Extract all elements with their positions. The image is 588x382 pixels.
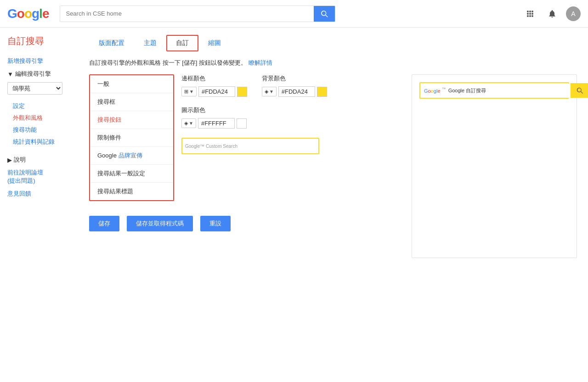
background-hex-input[interactable] (278, 86, 315, 97)
engine-dropdown-container: 鴿學苑 (0, 80, 78, 96)
display-hex-input[interactable] (198, 118, 235, 129)
border-color-group: 邊框顏色 ⊞ ▼ (181, 74, 247, 97)
border-color-swatch (237, 87, 247, 97)
header: Google A (0, 0, 588, 28)
main-content: 版面配置 主題 自訂 縮圖 自訂搜尋引擎的外觀和風格 按一下 [儲存] 按鈕以發… (78, 28, 588, 382)
tab-custom[interactable]: 自訂 (166, 35, 198, 51)
menu-item-filter[interactable]: 限制條件 (90, 129, 173, 147)
color-row-border-bg: 邊框顏色 ⊞ ▼ (181, 74, 401, 97)
bg-chevron: ▼ (269, 89, 274, 94)
preview-google-logo: Google™ Custom Search (182, 144, 240, 149)
display-icon: ◈ (184, 120, 188, 126)
sidebar-item-forum[interactable]: 前往說明論壇 (提出問題) (0, 166, 78, 187)
menu-item-search-button[interactable]: 搜尋按鈕 (90, 111, 173, 129)
description: 自訂搜尋引擎的外觀和風格 按一下 [儲存] 按鈕以發佈變更。 瞭解詳情 (89, 59, 577, 67)
display-color-picker-btn[interactable]: ◈ ▼ (181, 118, 196, 128)
background-color-input-row: ◈ ▼ (262, 86, 327, 97)
sidebar: 自訂搜尋 新增搜尋引擎 ▼ 編輯搜尋引擎 鴿學苑 設定 外觀和風格 搜尋功能 統… (0, 28, 78, 382)
header-search-button[interactable] (314, 6, 335, 22)
header-search-input[interactable] (60, 6, 314, 22)
learn-more-link[interactable]: 瞭解詳情 (249, 59, 272, 66)
action-buttons: 儲存 儲存並取得程式碼 重設 (89, 216, 401, 231)
sidebar-item-help[interactable]: ▶ 說明 (0, 153, 78, 166)
reset-button[interactable]: 重設 (200, 216, 231, 231)
sidebar-item-feedback[interactable]: 意見回饋 (0, 187, 78, 200)
background-color-swatch (317, 87, 327, 97)
tabs: 版面配置 主題 自訂 縮圖 (89, 35, 577, 51)
right-preview-logo: Google ™ Google 自訂搜尋 (420, 84, 490, 97)
preview-search-container: Google™ Custom Search (181, 138, 401, 154)
border-hex-input[interactable] (198, 86, 235, 97)
sidebar-item-settings[interactable]: 設定 (0, 100, 78, 112)
display-color-label: 圖示顏色 (181, 106, 247, 114)
border-color-input-row: ⊞ ▼ (181, 86, 247, 97)
right-preview-search: Google ™ Google 自訂搜尋 (419, 82, 569, 99)
preview-search-input[interactable] (240, 139, 319, 153)
sidebar-item-edit-engine[interactable]: ▼ 編輯搜尋引擎 (0, 67, 78, 80)
menu-item-search-box[interactable]: 搜尋框 (90, 93, 173, 111)
preview-search-box: Google™ Custom Search (181, 138, 319, 154)
border-color-label: 邊框顏色 (181, 74, 247, 83)
background-color-group: 背景顏色 ◈ ▼ (262, 74, 327, 97)
menu-list: 一般 搜尋框 搜尋按鈕 限制條件 Google 品牌宣傳 搜尋結果一般設定 搜尋… (89, 74, 174, 201)
color-options: 邊框顏色 ⊞ ▼ (181, 74, 401, 154)
color-row-display: 圖示顏色 ◈ ▼ (181, 106, 401, 129)
bell-icon (548, 9, 557, 18)
border-icon: ⊞ (184, 89, 188, 95)
right-panel: Google ™ Google 自訂搜尋 (412, 74, 577, 258)
notifications-button[interactable] (544, 6, 560, 22)
right-preview-input[interactable] (490, 84, 571, 98)
display-color-input-row: ◈ ▼ (181, 118, 247, 129)
google-logo: Google (7, 6, 49, 21)
content-area: 一般 搜尋框 搜尋按鈕 限制條件 Google 品牌宣傳 搜尋結果一般設定 搜尋… (89, 74, 577, 258)
header-search-icon (320, 10, 328, 18)
display-color-group: 圖示顏色 ◈ ▼ (181, 106, 247, 129)
save-code-button[interactable]: 儲存並取得程式碼 (127, 216, 193, 231)
right-search-icon (576, 87, 583, 94)
menu-item-results-label[interactable]: 搜尋結果標題 (90, 183, 173, 200)
page-layout: 自訂搜尋 新增搜尋引擎 ▼ 編輯搜尋引擎 鴿學苑 設定 外觀和風格 搜尋功能 統… (0, 28, 588, 382)
menu-item-google-brand[interactable]: Google 品牌宣傳 (90, 147, 173, 165)
avatar[interactable]: A (566, 6, 581, 21)
sidebar-item-look-feel[interactable]: 外觀和風格 (0, 112, 78, 124)
display-chevron: ▼ (189, 121, 193, 126)
apps-button[interactable] (522, 6, 538, 22)
left-area: 一般 搜尋框 搜尋按鈕 限制條件 Google 品牌宣傳 搜尋結果一般設定 搜尋… (89, 74, 401, 258)
sidebar-item-new-engine[interactable]: 新增搜尋引擎 (0, 55, 78, 67)
right-preview-search-button[interactable] (571, 83, 588, 98)
border-color-picker-btn[interactable]: ⊞ ▼ (181, 87, 197, 96)
chevron-down-icon: ▼ (7, 71, 13, 78)
sidebar-item-search-features[interactable]: 搜尋功能 (0, 124, 78, 136)
background-color-picker-btn[interactable]: ◈ ▼ (262, 87, 277, 96)
tab-layout[interactable]: 版面配置 (89, 35, 134, 51)
tab-theme[interactable]: 主題 (134, 35, 166, 51)
chevron-right-icon: ▶ (7, 157, 12, 163)
engine-dropdown[interactable]: 鴿學苑 (7, 82, 62, 95)
display-color-swatch (237, 118, 247, 129)
apps-icon (527, 11, 533, 17)
sidebar-item-stats[interactable]: 統計資料與記錄 (0, 136, 78, 148)
menu-item-results-general[interactable]: 搜尋結果一般設定 (90, 165, 173, 183)
background-color-label: 背景顏色 (262, 74, 327, 83)
menu-item-general[interactable]: 一般 (90, 75, 173, 93)
header-search-bar (60, 6, 335, 22)
menu-and-options: 一般 搜尋框 搜尋按鈕 限制條件 Google 品牌宣傳 搜尋結果一般設定 搜尋… (89, 74, 401, 201)
border-chevron: ▼ (189, 89, 194, 94)
header-icons: A (522, 6, 581, 22)
bg-icon: ◈ (265, 89, 268, 95)
tab-thumbnail[interactable]: 縮圖 (198, 35, 231, 51)
save-button[interactable]: 儲存 (89, 216, 119, 231)
sidebar-title: 自訂搜尋 (0, 35, 78, 55)
